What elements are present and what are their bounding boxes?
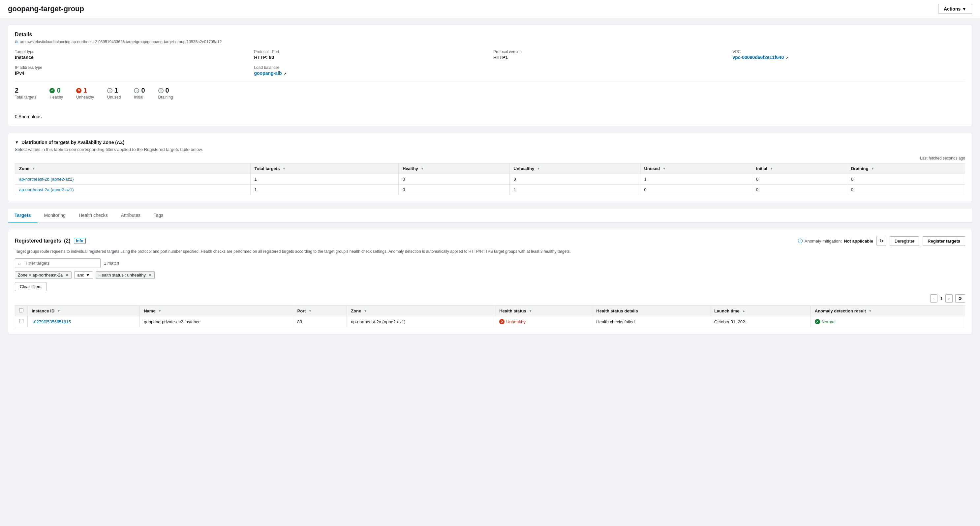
col-health-status[interactable]: Health status ▼ xyxy=(495,305,592,316)
total-count: 2 xyxy=(15,87,36,94)
protocol-port-value: HTTP: 80 xyxy=(254,55,487,60)
filter-input-wrap: ⌕ xyxy=(15,258,100,268)
target-type-label: Target type xyxy=(15,49,248,54)
health-status-badge: ✕ Unhealthy xyxy=(499,319,588,324)
load-balancer-label: Load balancer xyxy=(254,65,487,70)
unused-stat: ○ 1 Unused xyxy=(107,87,121,100)
page-header: goopang-target-group Actions ▼ xyxy=(0,0,980,18)
col-health-details: Health status details xyxy=(592,305,710,316)
col-name[interactable]: Name ▼ xyxy=(140,305,293,316)
az-zone-link[interactable]: ap-northeast-2b (apne2-az2) xyxy=(19,176,74,181)
registered-header: Registered targets (2) Info i Anomaly mi… xyxy=(15,236,965,246)
initial-label: Initial xyxy=(134,95,145,100)
unused-label: Unused xyxy=(107,95,121,100)
actions-button[interactable]: Actions ▼ xyxy=(938,4,972,14)
port-cell: 80 xyxy=(293,316,347,327)
filter-tag-health-remove[interactable]: ✕ xyxy=(148,273,152,278)
az-initial-cell: 0 xyxy=(752,184,847,195)
next-page-button[interactable]: › xyxy=(945,294,953,302)
draining-label: Draining xyxy=(158,95,173,100)
col-anomaly[interactable]: Anomaly detection result ▼ xyxy=(810,305,965,316)
register-button[interactable]: Register targets xyxy=(923,236,965,246)
anomaly-info-icon: i xyxy=(798,238,803,243)
tab-targets[interactable]: Targets xyxy=(8,209,38,222)
health-status-cell: ✕ Unhealthy xyxy=(495,316,592,327)
protocol-port-item: Protocol : Port HTTP: 80 xyxy=(254,49,487,60)
az-col-zone[interactable]: Zone ▼ xyxy=(15,164,251,174)
healthy-stat: ✓ 0 Healthy xyxy=(49,87,63,100)
select-all-col[interactable] xyxy=(15,305,28,316)
clear-filters-button[interactable]: Clear filters xyxy=(15,282,46,291)
registered-actions: i Anomaly mitigation: Not applicable ↻ D… xyxy=(798,236,965,246)
stats-row: 2 Total targets ✓ 0 Healthy ✕ 1 Unhealth… xyxy=(15,81,965,119)
az-zone-link[interactable]: ap-northeast-2a (apne2-az1) xyxy=(19,187,74,192)
name-cell: goopang-private-ec2-instance xyxy=(140,316,293,327)
load-balancer-value: goopang-alb ↗ xyxy=(254,70,487,76)
anomalous-count: 0 Anomalous xyxy=(15,114,41,119)
prev-page-button[interactable]: ‹ xyxy=(930,294,937,302)
match-count: 1 match xyxy=(104,261,119,265)
filter-input[interactable] xyxy=(15,258,100,268)
az-table: Zone ▼ Total targets ▼ Healthy ▼ Unhealt… xyxy=(15,163,965,195)
search-icon: ⌕ xyxy=(18,261,21,266)
row-checkbox-cell[interactable] xyxy=(15,316,28,327)
instance-id-link[interactable]: i-0279f05356ff51815 xyxy=(32,319,71,324)
target-type-value: Instance xyxy=(15,55,248,60)
az-healthy-cell: 0 xyxy=(398,174,509,184)
az-unhealthy-link[interactable]: 1 xyxy=(514,187,516,192)
details-title: Details xyxy=(15,32,965,38)
az-col-total[interactable]: Total targets ▼ xyxy=(250,164,398,174)
refresh-button[interactable]: ↻ xyxy=(877,236,886,246)
az-table-header-row: Zone ▼ Total targets ▼ Healthy ▼ Unhealt… xyxy=(15,164,965,174)
health-details-cell: Health checks failed xyxy=(592,316,710,327)
vpc-external-icon: ↗ xyxy=(786,56,788,60)
tab-monitoring[interactable]: Monitoring xyxy=(38,209,72,222)
load-balancer-item: Load balancer goopang-alb ↗ xyxy=(254,65,487,76)
az-unhealthy-cell: 1 xyxy=(509,184,640,195)
initial-icon: ○ xyxy=(134,88,139,93)
settings-button[interactable]: ⚙ xyxy=(955,294,965,302)
total-stat: 2 Total targets xyxy=(15,87,36,100)
page-number: 1 xyxy=(940,296,942,301)
az-unused-link[interactable]: 1 xyxy=(644,176,647,181)
az-col-unhealthy[interactable]: Unhealthy ▼ xyxy=(509,164,640,174)
initial-stat: ○ 0 Initial xyxy=(134,87,145,100)
select-all-checkbox[interactable] xyxy=(19,308,24,312)
draining-count: ○ 0 xyxy=(158,87,173,94)
collapse-icon[interactable]: ▼ xyxy=(15,140,19,145)
az-zone-cell: ap-northeast-2b (apne2-az2) xyxy=(15,174,251,184)
copy-icon[interactable]: ⧉ xyxy=(15,40,18,44)
and-dropdown[interactable]: and ▼ xyxy=(74,271,93,279)
col-zone[interactable]: Zone ▼ xyxy=(347,305,495,316)
az-col-unused[interactable]: Unused ▼ xyxy=(640,164,752,174)
row-checkbox[interactable] xyxy=(19,319,24,323)
az-col-healthy[interactable]: Healthy ▼ xyxy=(398,164,509,174)
info-badge[interactable]: Info xyxy=(74,238,86,244)
target-type-item: Target type Instance xyxy=(15,49,248,60)
main-content: Details ⧉ arn:aws:elasticloadbalancing:a… xyxy=(0,18,980,341)
filter-tag-health: Health status : unhealthy ✕ xyxy=(95,271,155,279)
deregister-button[interactable]: Deregister xyxy=(890,236,920,246)
col-launch-time[interactable]: Launch time ▲ xyxy=(710,305,810,316)
az-col-initial[interactable]: Initial ▼ xyxy=(752,164,847,174)
vpc-link[interactable]: vpc-00090d66f2e11f640 xyxy=(733,55,784,60)
filter-tag-zone-remove[interactable]: ✕ xyxy=(65,273,68,278)
col-instance-id[interactable]: Instance ID ▼ xyxy=(28,305,140,316)
tab-attributes[interactable]: Attributes xyxy=(115,209,147,222)
pagination-row: ‹ 1 › ⚙ xyxy=(15,294,965,302)
registered-title: Registered targets (2) Info xyxy=(15,238,86,244)
tab-tags[interactable]: Tags xyxy=(147,209,170,222)
az-col-draining[interactable]: Draining ▼ xyxy=(847,164,965,174)
healthy-icon: ✓ xyxy=(49,88,55,93)
anomaly-result-cell: ✓ Normal xyxy=(810,316,965,327)
az-total-cell: 1 xyxy=(250,184,398,195)
az-distribution-card: ▼ Distribution of targets by Availabilit… xyxy=(8,133,972,202)
healthy-count: ✓ 0 xyxy=(49,87,63,94)
col-port[interactable]: Port ▼ xyxy=(293,305,347,316)
ip-address-type-item: IP address type IPv4 xyxy=(15,65,248,76)
az-table-row: ap-northeast-2a (apne2-az1) 1 0 1 0 0 0 xyxy=(15,184,965,195)
load-balancer-link[interactable]: goopang-alb xyxy=(254,70,282,76)
details-card: Details ⧉ arn:aws:elasticloadbalancing:a… xyxy=(8,25,972,126)
az-initial-cell: 0 xyxy=(752,174,847,184)
tab-health-checks[interactable]: Health checks xyxy=(72,209,115,222)
